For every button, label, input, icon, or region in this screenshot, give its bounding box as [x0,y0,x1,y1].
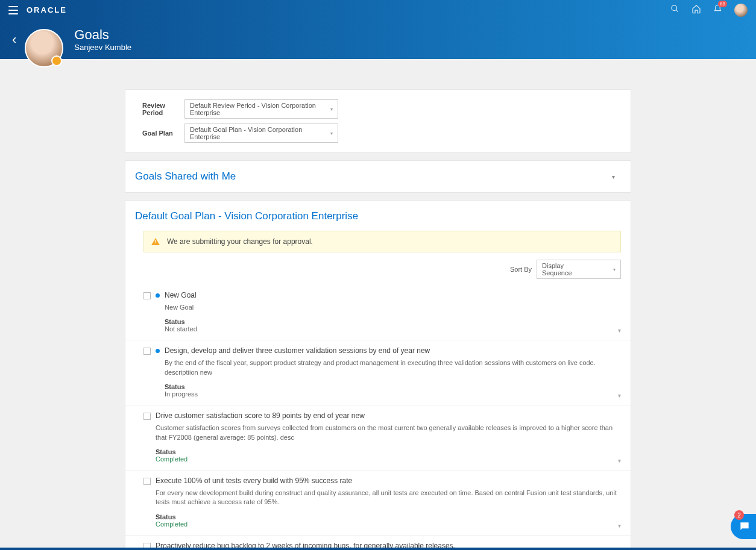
chat-button[interactable]: 2 [731,514,756,539]
goal-description: New Goal [165,303,621,312]
status-value: In progress [165,390,621,398]
alert-text: We are submitting your changes for appro… [167,237,313,246]
status-value: Completed [156,520,621,528]
goal-main: Drive customer satisfaction score to 89 … [156,411,621,463]
notification-badge: 68 [718,1,727,7]
status-dot-icon [156,293,160,298]
review-period-value: Default Review Period - Vision Corporati… [190,102,330,116]
shared-goals-header[interactable]: Goals Shared with Me ▾ [125,161,631,192]
goal-main: New GoalNew GoalStatusNot started [165,291,621,333]
goal-head: Design, develop and deliver three custom… [143,346,621,398]
goal-title[interactable]: Execute 100% of unit tests every build w… [156,477,621,485]
chevron-down-icon[interactable]: ▾ [618,327,621,334]
sort-label: Sort By [510,266,532,273]
goal-description: By the end of the fiscal year, support p… [165,358,621,377]
chevron-down-icon[interactable]: ▾ [618,522,621,529]
back-icon[interactable]: ‹ [12,32,16,48]
goal-head: Drive customer satisfaction score to 89 … [143,411,621,463]
svg-line-1 [676,10,678,11]
chevron-down-icon[interactable]: ▾ [618,457,621,464]
svg-point-0 [672,5,677,11]
goal-item: Drive customer satisfaction score to 89 … [125,405,631,470]
footer-bar [0,548,756,550]
menu-icon[interactable] [8,6,18,14]
goal-plan-row: Goal Plan Default Goal Plan - Vision Cor… [142,123,614,143]
status-value: Not started [165,325,621,333]
goal-plan-panel: Default Goal Plan - Vision Corporation E… [125,200,631,550]
goal-plan-header: Default Goal Plan - Vision Corporation E… [125,201,631,227]
goal-title[interactable]: Drive customer satisfaction score to 89 … [156,411,621,420]
goal-head: Execute 100% of unit tests every build w… [143,477,621,528]
topbar: ORACLE 68 [0,0,756,20]
goal-item: New GoalNew GoalStatusNot started▾ [125,285,631,340]
goal-plan-value: Default Goal Plan - Vision Corporation E… [190,126,330,140]
page-header: ‹ Goals Sanjeev Kumble [0,20,756,59]
header-text: Goals Sanjeev Kumble [74,27,131,52]
goal-plan-select[interactable]: Default Goal Plan - Vision Corporation E… [184,123,338,143]
goal-checkbox[interactable] [143,348,151,355]
sort-select[interactable]: Display Sequence ▾ [537,260,621,279]
goal-list: New GoalNew GoalStatusNot started▾Design… [125,285,631,550]
user-avatar[interactable] [734,4,748,17]
review-period-row: Review Period Default Review Period - Vi… [142,99,614,119]
goal-description: Customer satisfaction scores from survey… [156,423,621,442]
status-label: Status [156,513,621,520]
chevron-down-icon: ▾ [613,267,616,272]
status-dot-icon [156,349,160,353]
status-label: Status [165,318,621,325]
shared-goals-panel: Goals Shared with Me ▾ [125,160,631,193]
goal-title[interactable]: Design, develop and deliver three custom… [165,346,621,355]
brand-logo: ORACLE [27,5,67,14]
status-value: Completed [156,455,621,463]
status-label: Status [165,383,621,390]
goal-description: For every new development build during c… [156,489,621,507]
page-subtitle: Sanjeev Kumble [74,43,131,52]
goal-checkbox[interactable] [143,478,151,485]
chevron-down-icon: ▾ [330,107,333,112]
goal-title[interactable]: New Goal [165,291,621,299]
goal-checkbox[interactable] [143,292,151,299]
sort-row: Sort By Display Sequence ▾ [125,260,631,285]
shared-goals-title: Goals Shared with Me [135,170,236,183]
topbar-left: ORACLE [8,5,67,14]
goal-plan-label: Goal Plan [142,130,184,137]
status-block: StatusNot started [165,318,621,333]
review-period-label: Review Period [142,102,184,116]
filters-panel: Review Period Default Review Period - Vi… [125,89,631,153]
goal-plan-title: Default Goal Plan - Vision Corporation E… [135,210,358,222]
goal-item: Design, develop and deliver three custom… [125,340,631,405]
chevron-down-icon[interactable]: ▾ [618,392,621,399]
status-block: StatusIn progress [165,383,621,398]
warning-icon [151,238,160,245]
sort-value: Display Sequence [542,262,589,277]
home-icon[interactable] [691,4,701,16]
page-title: Goals [74,27,131,43]
goal-main: Design, develop and deliver three custom… [165,346,621,398]
content: Review Period Default Review Period - Vi… [125,89,631,550]
person-avatar[interactable] [25,29,63,67]
status-label: Status [156,448,621,455]
approval-alert: We are submitting your changes for appro… [143,231,621,252]
topbar-right: 68 [670,4,748,17]
status-block: StatusCompleted [156,513,621,528]
search-icon[interactable] [670,4,679,16]
chat-badge: 2 [734,510,744,520]
goal-item: Execute 100% of unit tests every build w… [125,470,631,536]
goal-head: New GoalNew GoalStatusNot started [143,291,621,333]
goal-checkbox[interactable] [143,413,151,420]
review-period-select[interactable]: Default Review Period - Vision Corporati… [184,99,338,119]
goal-main: Execute 100% of unit tests every build w… [156,477,621,528]
chevron-down-icon[interactable]: ▾ [606,171,621,183]
notifications-icon[interactable]: 68 [713,4,722,16]
chevron-down-icon: ▾ [330,131,333,136]
status-block: StatusCompleted [156,448,621,463]
